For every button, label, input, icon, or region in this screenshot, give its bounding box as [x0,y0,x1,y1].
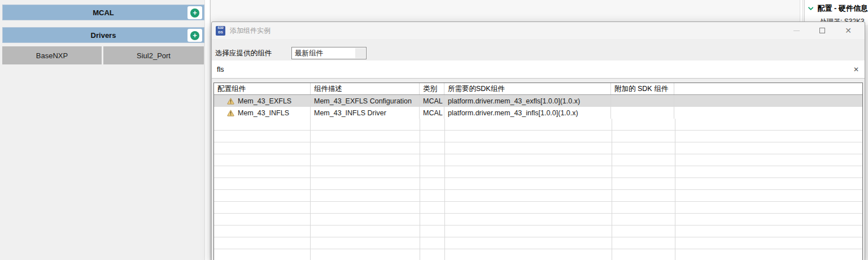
column-header-required-sdk[interactable]: 所需要的SDK组件 [444,83,611,94]
close-icon: ✕ [845,27,852,34]
warning-icon [227,110,234,116]
table-header-row: 配置组件 组件描述 类别 所需要的SDK组件 附加的 SDK 组件 [214,83,862,95]
dialog-titlebar: S32 DS 添加组件实例 ✕ [212,22,865,39]
column-header-category[interactable]: 类别 [420,83,444,94]
add-component-dialog: S32 DS 添加组件实例 ✕ 选择应提供的组件 最新组件 fls ✕ 配置组件… [211,21,865,260]
group-header-mcal[interactable]: MCAL + [2,5,204,20]
column-divider [420,119,420,260]
plus-icon: + [190,31,199,40]
dialog-title: 添加组件实例 [230,26,271,36]
empty-table-rows [214,119,862,260]
column-header-config[interactable]: 配置组件 [214,83,311,94]
warning-icon [227,98,234,105]
close-button[interactable]: ✕ [835,22,861,39]
maximize-icon [819,28,825,33]
search-bar: fls ✕ [212,60,865,79]
chevron-down-icon [808,6,813,11]
group-label: Drivers [91,31,116,40]
hardware-info-header[interactable]: 配置 - 硬件信息 [805,0,868,14]
component-version-select[interactable]: 最新组件 [291,47,367,59]
selected-option: 最新组件 [295,49,323,58]
window-controls: ✕ [783,22,861,39]
dropdown-arrow [355,48,365,58]
maximize-button[interactable] [809,22,835,39]
description-cell: Mem_43_INFLS Driver [311,107,420,119]
empty-cell [674,95,862,107]
module-siul2-port[interactable]: Siul2_Port [103,46,204,64]
column-header-empty [674,83,862,94]
component-palette: MCAL + Drivers + BaseNXP Siul2_Port [0,0,211,260]
minimize-button[interactable] [783,22,809,39]
search-input[interactable]: fls [212,66,848,73]
column-divider [444,119,445,260]
module-basenxp[interactable]: BaseNXP [2,46,102,64]
column-header-additional-sdk[interactable]: 附加的 SDK 组件 [611,83,674,94]
required-sdk-cell: platform.driver.mem_43_infls[1.0.0](1.0.… [444,107,611,119]
component-table: 配置组件 组件描述 类别 所需要的SDK组件 附加的 SDK 组件 Mem_43… [213,83,863,260]
component-filter-row: 选择应提供的组件 最新组件 [215,47,367,59]
component-name: Mem_43_EXFLS [238,97,291,105]
description-cell: Mem_43_EXFLS Configuration [311,95,420,107]
plus-icon: + [190,8,199,18]
table-row-mem43-infls[interactable]: Mem_43_INFLS Mem_43_INFLS Driver MCAL pl… [214,107,862,119]
clear-search-icon[interactable]: ✕ [848,66,865,73]
column-header-description[interactable]: 组件描述 [311,83,420,94]
column-divider [675,119,675,260]
config-cell: Mem_43_EXFLS [214,95,311,107]
filter-label: 选择应提供的组件 [215,49,291,58]
category-cell: MCAL [420,107,444,119]
minimize-icon [793,31,800,31]
additional-sdk-cell [611,95,674,107]
empty-cell [674,107,862,119]
column-divider [310,119,311,260]
additional-sdk-cell [611,107,674,119]
background-scrollbar[interactable] [800,0,803,21]
s32ds-app-icon: S32 DS [216,26,225,36]
required-sdk-cell: platform.driver.mem_43_exfls[1.0.0](1.0.… [444,95,611,107]
config-cell: Mem_43_INFLS [214,107,311,119]
category-cell: MCAL [420,95,444,107]
add-component-button[interactable]: + [187,29,202,42]
add-component-button[interactable]: + [187,6,202,19]
app-icon-text-bottom: DS [218,31,223,35]
component-name: Mem_43_INFLS [238,109,289,117]
group-header-drivers[interactable]: Drivers + [2,27,204,43]
background-editor-area [211,0,802,21]
column-divider [612,119,612,260]
panel-title: 配置 - 硬件信息 [817,3,868,14]
table-row-mem43-exfls[interactable]: Mem_43_EXFLS Mem_43_EXFLS Configuration … [214,95,862,107]
group-label: MCAL [93,8,114,17]
vertical-scrollbar[interactable] [204,0,210,260]
app-icon-text-top: S32 [217,26,224,31]
